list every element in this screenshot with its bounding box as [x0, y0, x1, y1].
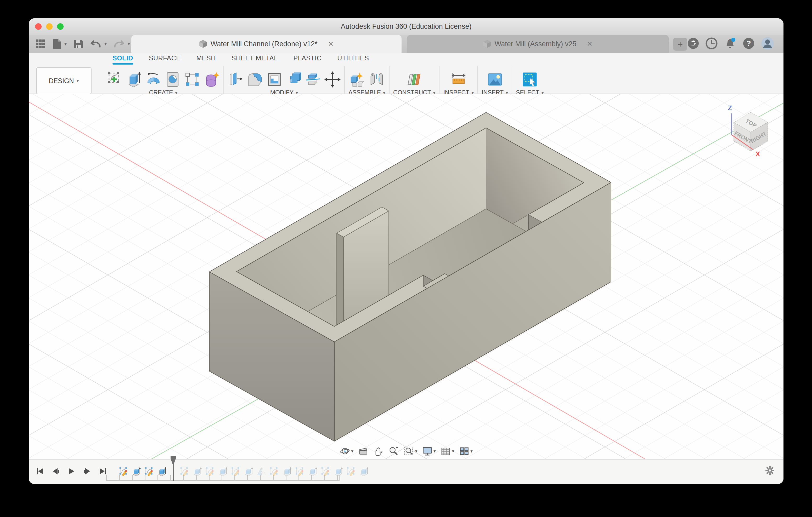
- ribbon-tabs: SOLID SURFACE MESH SHEET METAL PLASTIC U…: [113, 54, 783, 65]
- extrude-button[interactable]: [126, 71, 142, 88]
- z-axis-label: Z: [728, 104, 732, 112]
- zoom-button[interactable]: [388, 446, 399, 456]
- titlebar[interactable]: Autodesk Fusion 360 (Education License): [29, 18, 783, 35]
- move-copy-button[interactable]: [324, 71, 341, 88]
- chevron-down-icon[interactable]: ▾: [470, 449, 473, 454]
- press-pull-button[interactable]: [228, 71, 244, 88]
- timeline-settings-gear-icon[interactable]: [765, 466, 775, 476]
- look-at-button[interactable]: [358, 446, 369, 456]
- step-forward-button[interactable]: [83, 467, 91, 476]
- chevron-down-icon[interactable]: ▾: [452, 449, 455, 454]
- timeline-feature-extrude[interactable]: [132, 466, 141, 477]
- redo-button[interactable]: [114, 39, 124, 49]
- document-tab-title: Water Mill (Assembly) v25: [495, 40, 577, 48]
- ribbon-tab-mesh[interactable]: MESH: [197, 54, 216, 65]
- document-tabstrip: ▾ ▾ ▾ Water Mill Channel (Redone) v12* ✕…: [29, 35, 783, 53]
- construction-plane-button[interactable]: [406, 71, 423, 88]
- timeline-playhead[interactable]: [171, 461, 176, 482]
- notifications-bell-button[interactable]: [724, 37, 736, 51]
- data-panel-button[interactable]: [36, 39, 46, 49]
- chevron-down-icon[interactable]: ▾: [351, 449, 353, 454]
- fit-button[interactable]: ▾: [404, 446, 417, 456]
- save-button[interactable]: [74, 39, 83, 49]
- ribbon-group-select: SELECT▾: [516, 65, 544, 96]
- rectangular-pattern-button[interactable]: [184, 71, 200, 88]
- timeline-feature-sketch[interactable]: [346, 466, 356, 477]
- create-sketch-button[interactable]: [107, 71, 123, 88]
- job-status-clock-button[interactable]: [705, 37, 718, 51]
- document-tab-water-mill-channel[interactable]: Water Mill Channel (Redone) v12* ✕: [131, 35, 402, 53]
- timeline-feature-sketch[interactable]: [231, 466, 240, 477]
- close-tab-icon[interactable]: ✕: [587, 40, 592, 48]
- grid-settings-button[interactable]: ▾: [440, 446, 455, 456]
- pan-button[interactable]: [373, 446, 384, 456]
- ribbon-group-assemble: ASSEMBLE▾: [348, 65, 385, 96]
- model-water-mill-channel[interactable]: [209, 112, 611, 441]
- ribbon-group-modify: MODIFY▾: [228, 65, 341, 96]
- play-button[interactable]: [67, 467, 75, 476]
- timeline-feature-extrude[interactable]: [218, 466, 228, 477]
- timeline-feature-sketch[interactable]: [144, 466, 154, 477]
- x-axis-label: X: [755, 150, 760, 158]
- viewport-canvas[interactable]: TOP FRONT RIGHT Z X ▾: [29, 94, 783, 459]
- display-settings-button[interactable]: ▾: [422, 446, 436, 456]
- timeline-bar: [29, 459, 783, 484]
- chevron-down-icon[interactable]: ▾: [415, 449, 417, 454]
- workspace-selector[interactable]: DESIGN▾: [36, 67, 92, 94]
- 3d-scene[interactable]: TOP FRONT RIGHT Z X: [29, 94, 783, 459]
- insert-image-button[interactable]: [487, 71, 503, 88]
- timeline-feature-sketch[interactable]: [321, 466, 330, 477]
- ribbon-tab-plastic[interactable]: PLASTIC: [293, 54, 322, 65]
- select-button[interactable]: [522, 71, 538, 88]
- timeline-feature-sketch[interactable]: [295, 466, 304, 477]
- timeline-feature-mirror[interactable]: [257, 466, 266, 477]
- timeline-feature-extrude[interactable]: [359, 466, 369, 477]
- new-tab-button[interactable]: +: [673, 38, 687, 51]
- revolve-button[interactable]: [145, 71, 162, 88]
- help-button[interactable]: ?: [743, 37, 755, 51]
- chevron-down-icon[interactable]: ▾: [128, 41, 130, 47]
- quick-access-toolbar: ▾ ▾ ▾: [29, 35, 131, 53]
- file-menu-button[interactable]: [52, 38, 61, 50]
- ribbon-group-inspect: INSPECT▾: [443, 65, 474, 96]
- ribbon-tab-solid[interactable]: SOLID: [113, 54, 133, 65]
- ribbon-tab-surface[interactable]: SURFACE: [149, 54, 181, 65]
- joint-button[interactable]: [369, 71, 385, 88]
- chevron-down-icon[interactable]: ▾: [64, 41, 67, 47]
- go-to-end-button[interactable]: [99, 467, 107, 476]
- ribbon-tab-utilities[interactable]: UTILITIES: [337, 54, 369, 65]
- timeline-feature-extrude[interactable]: [157, 466, 167, 477]
- shell-button[interactable]: [266, 71, 283, 88]
- undo-button[interactable]: [90, 39, 101, 49]
- timeline-feature-sketch[interactable]: [180, 466, 189, 477]
- create-form-button[interactable]: [204, 71, 220, 88]
- timeline-feature-sketch[interactable]: [205, 466, 215, 477]
- timeline-feature-extrude[interactable]: [334, 466, 343, 477]
- document-cube-icon: [199, 40, 207, 48]
- timeline-feature-extrude[interactable]: [308, 466, 317, 477]
- timeline-feature-extrude[interactable]: [244, 466, 253, 477]
- timeline-feature-sketch[interactable]: [119, 466, 128, 477]
- extensions-button[interactable]: [687, 37, 699, 51]
- chevron-down-icon[interactable]: ▾: [433, 449, 436, 454]
- orbit-button[interactable]: ▾: [340, 446, 353, 456]
- timeline-feature-extrude[interactable]: [193, 466, 202, 477]
- timeline-feature-extrude[interactable]: [282, 466, 292, 477]
- close-tab-icon[interactable]: ✕: [328, 40, 334, 48]
- viewports-button[interactable]: ▾: [459, 446, 473, 456]
- fillet-button[interactable]: [247, 71, 263, 88]
- ribbon-tab-sheet-metal[interactable]: SHEET METAL: [232, 54, 278, 65]
- window-title: Autodesk Fusion 360 (Education License): [29, 23, 783, 31]
- combine-button[interactable]: [286, 71, 302, 88]
- split-body-button[interactable]: [305, 71, 321, 88]
- account-avatar[interactable]: [761, 37, 774, 51]
- document-tab-water-mill-assembly[interactable]: Water Mill (Assembly) v25 ✕: [407, 35, 669, 53]
- new-component-button[interactable]: [349, 71, 366, 88]
- timeline-feature-sketch[interactable]: [269, 466, 279, 477]
- ribbon: SOLID SURFACE MESH SHEET METAL PLASTIC U…: [29, 53, 783, 94]
- go-to-start-button[interactable]: [36, 467, 44, 476]
- step-back-button[interactable]: [52, 467, 60, 476]
- chevron-down-icon[interactable]: ▾: [105, 41, 107, 47]
- measure-button[interactable]: [451, 71, 467, 88]
- hole-button[interactable]: [165, 71, 181, 88]
